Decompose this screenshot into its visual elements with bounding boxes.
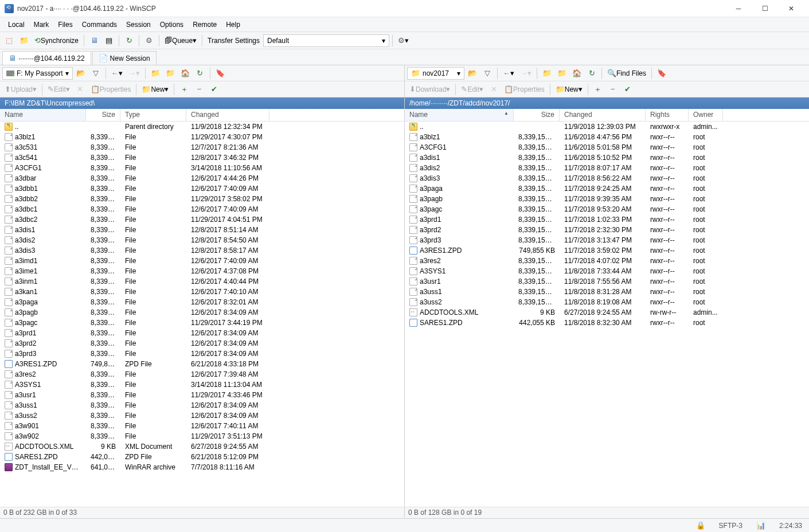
local-parent-icon[interactable]: 📁 — [148, 66, 162, 80]
remote-home-icon[interactable]: 🏠 — [570, 66, 584, 80]
file-row[interactable]: a3ime18,339,15...File12/6/2017 4:37:08 P… — [0, 266, 404, 276]
local-plus-icon[interactable]: ＋ — [177, 83, 191, 96]
file-row[interactable]: a3uss18,339,153 KB11/8/2018 8:31:28 AMrw… — [405, 287, 809, 297]
file-row[interactable]: a3prd28,339,15...File12/6/2017 8:34:09 A… — [0, 338, 404, 349]
minimize-button[interactable]: ─ — [725, 0, 752, 17]
synchronize-button[interactable]: ⟲ Synchronize — [32, 34, 81, 48]
remote-new-button[interactable]: 📁 New ▾ — [553, 83, 585, 96]
remote-refresh-icon[interactable]: ↻ — [585, 66, 599, 80]
file-row[interactable]: a3dbb28,339,15...File11/29/2017 3:58:02 … — [0, 194, 404, 204]
file-row[interactable]: a3w9028,339,15...File11/29/2017 3:51:13 … — [0, 431, 404, 441]
maximize-button[interactable]: ☐ — [752, 0, 778, 17]
remote-col-rights[interactable]: Rights — [646, 109, 689, 121]
remote-minus-icon[interactable]: − — [606, 83, 620, 96]
local-minus-icon[interactable]: − — [192, 83, 206, 96]
file-row[interactable]: a3res28,339,153 KB11/7/2018 4:07:02 PMrw… — [405, 256, 809, 266]
file-row[interactable]: a3prd18,339,15...File12/6/2017 8:34:09 A… — [0, 328, 404, 338]
remote-col-changed[interactable]: Changed — [560, 109, 646, 121]
menu-options[interactable]: Options — [155, 18, 188, 31]
local-col-changed[interactable]: Changed — [186, 109, 269, 121]
remote-folder-selector[interactable]: 📁 nov2017 ▾ — [407, 67, 464, 80]
transfer-settings-dropdown[interactable]: Default▾ — [263, 34, 389, 47]
local-bookmark-icon[interactable]: 🔖 — [213, 66, 227, 80]
lock-icon[interactable]: 🔒 — [693, 522, 709, 529]
local-col-name[interactable]: Name — [0, 109, 86, 121]
close-button[interactable]: ✕ — [778, 0, 804, 17]
file-row[interactable]: a3dis28,339,15...File12/8/2017 8:54:50 A… — [0, 235, 404, 245]
file-row[interactable]: a3prd38,339,153 KB11/7/2018 3:13:47 PMrw… — [405, 235, 809, 245]
remote-parent-icon[interactable]: 📁 — [540, 66, 554, 80]
console-icon[interactable]: 🖥 — [87, 34, 101, 48]
local-back-button[interactable]: ←▾ — [109, 66, 125, 80]
file-row[interactable]: a3dbb18,339,15...File12/6/2017 7:40:09 A… — [0, 183, 404, 194]
file-row[interactable]: a3uss28,339,153 KB11/8/2018 8:19:08 AMrw… — [405, 297, 809, 307]
file-row[interactable]: ZDT_Install_EE_V12.0....641,024 KBWinRAR… — [0, 462, 404, 472]
remote-back-button[interactable]: ←▾ — [501, 66, 517, 80]
local-refresh-icon[interactable]: ↻ — [193, 66, 207, 80]
menu-commands[interactable]: Commands — [77, 18, 122, 31]
local-root-icon[interactable]: 📁 — [163, 66, 177, 80]
local-check-icon[interactable]: ✔ — [207, 83, 221, 96]
file-row[interactable]: a3uss18,339,15...File12/6/2017 8:34:09 A… — [0, 400, 404, 410]
file-row[interactable]: A3CFG18,339,153 KB11/6/2018 5:01:58 PMrw… — [405, 142, 809, 152]
file-row[interactable]: a3dbar8,339,15...File12/6/2017 4:44:26 P… — [0, 173, 404, 183]
remote-plus-icon[interactable]: ＋ — [591, 83, 605, 96]
file-row[interactable]: a3c5418,339,15...File12/8/2017 3:46:32 P… — [0, 152, 404, 163]
remote-col-owner[interactable]: Owner — [689, 109, 723, 121]
file-row[interactable]: a3prd28,339,153 KB11/7/2018 2:32:30 PMrw… — [405, 225, 809, 235]
menu-files[interactable]: Files — [53, 18, 77, 31]
menu-help[interactable]: Help — [221, 18, 245, 31]
local-drive-selector[interactable]: F: My Passport ▾ — [2, 67, 73, 80]
settings-gear-icon[interactable]: ⚙ — [142, 34, 156, 48]
file-row[interactable]: a3uss28,339,15...File12/6/2017 8:34:09 A… — [0, 410, 404, 421]
compare-icon[interactable]: ⬚ — [2, 34, 16, 48]
file-row[interactable]: A3SYS18,339,153 KB11/8/2018 7:33:44 AMrw… — [405, 266, 809, 276]
parent-row[interactable]: ..Parent directory11/9/2018 12:32:34 PM — [0, 122, 404, 132]
menu-mark[interactable]: Mark — [29, 18, 54, 31]
file-row[interactable]: a3dis18,339,15...File12/8/2017 8:51:14 A… — [0, 225, 404, 235]
file-row[interactable]: a3paga8,339,153 KB11/7/2018 9:24:25 AMrw… — [405, 183, 809, 194]
preferences-icon[interactable]: ⚙▾ — [396, 34, 411, 48]
file-row[interactable]: a3prd38,339,15...File12/6/2017 8:34:09 A… — [0, 349, 404, 359]
file-row[interactable]: a3res28,339,15...File12/6/2017 7:39:48 A… — [0, 369, 404, 380]
remote-file-list[interactable]: ..11/9/2018 12:39:03 PMrwxrwxr-xadmin...… — [405, 122, 809, 507]
file-row[interactable]: ADCDTOOLS.XML9 KB6/27/2018 9:24:55 AMrw-… — [405, 307, 809, 318]
file-row[interactable]: a3imd18,339,15...File12/6/2017 7:40:09 A… — [0, 256, 404, 266]
menu-remote[interactable]: Remote — [188, 18, 221, 31]
remote-bookmark-icon[interactable]: 🔖 — [655, 66, 669, 80]
protocol-cell[interactable]: SFTP-3 — [716, 522, 746, 530]
menu-session[interactable]: Session — [122, 18, 155, 31]
file-row[interactable]: A3RES1.ZPD749,855 KBZPD File6/21/2018 4:… — [0, 359, 404, 369]
session-tab-active[interactable]: 🖥 ········@104.46.119.22 — [2, 51, 91, 65]
file-row[interactable]: a3paga8,339,15...File12/6/2017 8:32:01 A… — [0, 297, 404, 307]
remote-path-bar[interactable]: /home/·········/ZDT/adcd/nov2017/ — [405, 97, 809, 109]
file-row[interactable]: a3dbc28,339,15...File11/29/2017 4:04:51 … — [0, 214, 404, 225]
parent-row[interactable]: ..11/9/2018 12:39:03 PMrwxrwxr-xadmin... — [405, 122, 809, 132]
local-col-type[interactable]: Type — [120, 109, 186, 121]
sync-browse-icon[interactable]: 📁 — [17, 34, 31, 48]
file-row[interactable]: a3usr18,339,153 KB11/8/2018 7:55:56 AMrw… — [405, 276, 809, 287]
file-row[interactable]: a3pagc8,339,15...File11/29/2017 3:44:19 … — [0, 318, 404, 328]
local-path-bar[interactable]: F:\IBM ZD&T\Uncompressed\ — [0, 97, 404, 109]
file-row[interactable]: A3RES1.ZPD749,855 KB11/7/2018 3:59:02 PM… — [405, 245, 809, 256]
file-row[interactable]: a3dis38,339,15...File12/8/2017 8:58:17 A… — [0, 245, 404, 256]
file-row[interactable]: ADCDTOOLS.XML9 KBXML Document6/27/2018 9… — [0, 441, 404, 452]
file-row[interactable]: a3blz18,339,15...File11/29/2017 4:30:07 … — [0, 132, 404, 142]
remote-filter-icon[interactable]: ▽ — [480, 66, 494, 80]
file-row[interactable]: a3dis38,339,153 KB11/7/2018 8:56:22 AMrw… — [405, 173, 809, 183]
file-row[interactable]: SARES1.ZPD442,055 KB11/8/2018 8:32:30 AM… — [405, 318, 809, 328]
transfer-stats-icon[interactable]: 📊 — [753, 522, 769, 529]
remote-root-icon[interactable]: 📁 — [555, 66, 569, 80]
file-row[interactable]: a3c5318,339,15...File12/7/2017 8:21:36 A… — [0, 142, 404, 152]
file-row[interactable]: SARES1.ZPD442,055 KBZPD File6/21/2018 5:… — [0, 452, 404, 462]
local-file-list[interactable]: ..Parent directory11/9/2018 12:32:34 PMa… — [0, 122, 404, 507]
file-row[interactable]: a3inm18,339,15...File12/6/2017 4:40:44 P… — [0, 276, 404, 287]
file-row[interactable]: a3blz18,339,153 KB11/6/2018 4:47:56 PMrw… — [405, 132, 809, 142]
file-row[interactable]: A3SYS18,339,15...File3/14/2018 11:13:04 … — [0, 380, 404, 390]
file-row[interactable]: a3pagb8,339,15...File12/6/2017 8:34:09 A… — [0, 307, 404, 318]
queue-button[interactable]: 🗐 Queue ▾ — [162, 34, 199, 48]
remote-check-icon[interactable]: ✔ — [621, 83, 635, 96]
file-row[interactable]: a3w9018,339,15...File12/6/2017 7:40:11 A… — [0, 421, 404, 431]
file-row[interactable]: a3usr18,339,15...File11/29/2017 4:33:46 … — [0, 390, 404, 400]
local-open-folder-icon[interactable]: 📂 — [74, 66, 88, 80]
